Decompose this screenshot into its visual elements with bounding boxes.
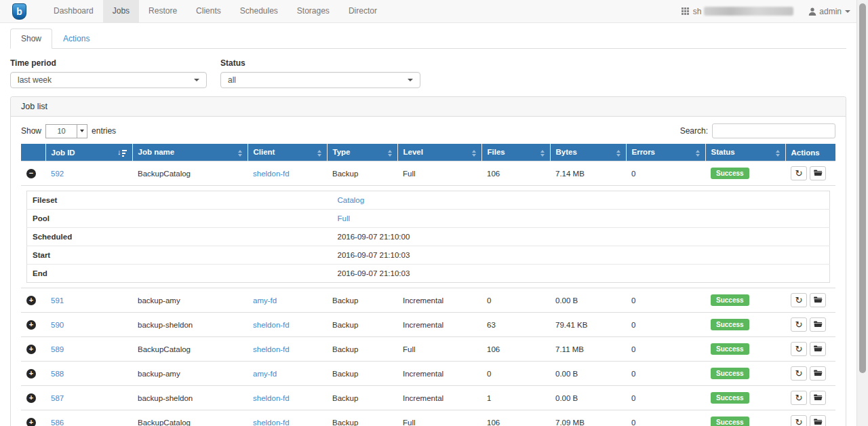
- user-menu[interactable]: admin: [808, 7, 850, 16]
- hostname-prefix: sh: [693, 7, 702, 16]
- table-row: +589BackupCatalogsheldon-fdBackupFull106…: [21, 337, 835, 362]
- nav-item-restore[interactable]: Restore: [139, 0, 186, 22]
- sort-icon: [388, 150, 392, 157]
- detail-value-link[interactable]: Catalog: [338, 196, 365, 204]
- job-type-cell: Backup: [332, 296, 358, 305]
- job-bytes-cell: 79.41 KB: [555, 321, 587, 329]
- client-link[interactable]: sheldon-fd: [253, 321, 290, 329]
- client-link[interactable]: sheldon-fd: [253, 419, 290, 426]
- job-id-link[interactable]: 587: [51, 394, 64, 402]
- detail-value-link[interactable]: Full: [338, 214, 351, 222]
- chevron-down-icon: [845, 10, 850, 13]
- job-table: Job ID↓Job nameClientTypeLevelFilesBytes…: [21, 144, 835, 426]
- nav-item-director[interactable]: Director: [339, 0, 387, 22]
- status-badge: Success: [711, 368, 749, 379]
- folder-icon: [814, 320, 823, 329]
- column-header-job-id[interactable]: Job ID↓: [45, 144, 132, 161]
- column-header-files[interactable]: Files: [481, 144, 550, 161]
- folder-icon: [814, 296, 823, 305]
- job-id-link[interactable]: 590: [51, 321, 64, 329]
- status-filter: Status all: [220, 58, 420, 88]
- vertical-scrollbar[interactable]: [856, 0, 868, 426]
- scrollbar-thumb[interactable]: [859, 3, 866, 373]
- client-link[interactable]: sheldon-fd: [253, 345, 290, 353]
- expand-row-icon[interactable]: +: [26, 345, 36, 354]
- browse-files-button[interactable]: [810, 317, 826, 332]
- page-content: Show Actions Time period last week Statu…: [0, 28, 856, 426]
- nav-item-schedules[interactable]: Schedules: [231, 0, 288, 22]
- rerun-job-button[interactable]: ↻: [791, 342, 807, 356]
- browse-files-button[interactable]: [810, 391, 826, 405]
- nav-item-clients[interactable]: Clients: [186, 0, 231, 22]
- column-header-bytes[interactable]: Bytes: [550, 144, 626, 161]
- detail-row: Start2016-09-07 21:10:03: [27, 246, 830, 265]
- job-errors-cell: 0: [631, 419, 635, 426]
- rerun-job-button[interactable]: ↻: [791, 391, 807, 405]
- job-bytes-cell: 0.00 B: [555, 370, 578, 378]
- rerun-job-button[interactable]: ↻: [791, 317, 807, 332]
- table-row: +586BackupCatalogsheldon-fdBackupFull106…: [21, 410, 835, 426]
- sort-icon: [696, 150, 700, 157]
- column-header-type[interactable]: Type: [327, 144, 397, 161]
- client-link[interactable]: sheldon-fd: [253, 394, 290, 402]
- job-id-link[interactable]: 591: [51, 296, 64, 305]
- nav-item-jobs[interactable]: Jobs: [103, 0, 139, 22]
- client-link[interactable]: amy-fd: [253, 296, 277, 305]
- expand-row-icon[interactable]: +: [26, 393, 36, 403]
- client-link[interactable]: amy-fd: [253, 370, 277, 378]
- job-level-cell: Full: [403, 170, 416, 178]
- time-period-filter: Time period last week: [10, 58, 207, 88]
- browse-files-button[interactable]: [810, 166, 826, 180]
- rerun-job-button[interactable]: ↻: [791, 366, 807, 381]
- job-files-cell: 106: [487, 345, 500, 353]
- job-id-link[interactable]: 589: [51, 345, 64, 353]
- job-name-cell: backup-sheldon: [138, 394, 193, 402]
- nav-item-storages[interactable]: Storages: [288, 0, 339, 22]
- tab-show[interactable]: Show: [10, 28, 52, 49]
- job-list-panel: Job list Show 10 entries Search:: [10, 96, 846, 426]
- table-row: +591backup-amyamy-fdBackupIncremental00.…: [21, 288, 835, 313]
- expand-row-icon[interactable]: +: [26, 418, 36, 426]
- client-link[interactable]: sheldon-fd: [253, 170, 290, 178]
- browse-files-button[interactable]: [810, 415, 826, 426]
- rerun-job-button[interactable]: ↻: [791, 166, 807, 180]
- expand-row-icon[interactable]: +: [26, 369, 36, 379]
- job-id-link[interactable]: 586: [51, 419, 64, 426]
- job-bytes-cell: 0.00 B: [555, 394, 578, 402]
- job-id-link[interactable]: 588: [51, 370, 64, 378]
- nav-item-dashboard[interactable]: Dashboard: [44, 0, 103, 22]
- brand[interactable]: b: [12, 0, 26, 22]
- rerun-job-button[interactable]: ↻: [791, 415, 807, 426]
- detail-row: PoolFull: [27, 210, 830, 228]
- entries-per-page-select[interactable]: 10: [45, 124, 87, 138]
- column-header-client[interactable]: Client: [248, 144, 327, 161]
- column-header-job-name[interactable]: Job name: [132, 144, 248, 161]
- job-id-link[interactable]: 592: [51, 170, 64, 178]
- browse-files-button[interactable]: [810, 342, 826, 356]
- status-select[interactable]: all: [220, 72, 420, 88]
- search-input[interactable]: [712, 123, 835, 138]
- job-type-cell: Backup: [332, 321, 358, 329]
- entries-label: entries: [92, 126, 116, 136]
- column-header-errors[interactable]: Errors: [626, 144, 705, 161]
- expand-row-icon[interactable]: +: [26, 296, 36, 305]
- column-header-actions: Actions: [785, 144, 835, 161]
- collapse-row-icon[interactable]: −: [26, 169, 36, 178]
- job-name-cell: backup-amy: [138, 296, 180, 305]
- job-bytes-cell: 7.11 MB: [555, 345, 584, 353]
- rerun-job-button[interactable]: ↻: [791, 293, 807, 307]
- job-errors-cell: 0: [631, 296, 635, 305]
- job-bytes-cell: 0.00 B: [555, 296, 578, 305]
- browse-files-button[interactable]: [810, 293, 826, 307]
- column-header-level[interactable]: Level: [397, 144, 481, 161]
- status-badge: Success: [711, 392, 749, 404]
- chevron-down-icon: [77, 125, 87, 138]
- time-period-select[interactable]: last week: [10, 72, 207, 88]
- expand-row-icon[interactable]: +: [26, 320, 36, 330]
- job-name-cell: BackupCatalog: [138, 170, 191, 178]
- browse-files-button[interactable]: [810, 366, 826, 381]
- time-period-label: Time period: [10, 58, 207, 68]
- column-header-status[interactable]: Status: [705, 144, 785, 161]
- grid-icon: [682, 7, 689, 15]
- tab-actions[interactable]: Actions: [52, 28, 100, 49]
